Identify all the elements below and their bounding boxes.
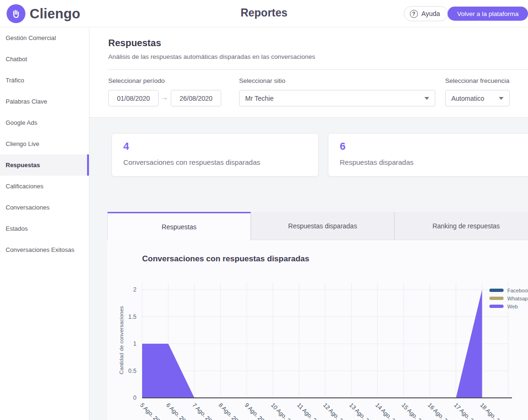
site-select[interactable]: Mr Techie <box>239 90 435 106</box>
sidebar-item-cliengo-live[interactable]: Cliengo Live <box>0 133 89 154</box>
top-bar: Cliengo Reportes ? Ayuda Volver a la pla… <box>0 0 528 27</box>
legend-swatch-icon <box>489 297 504 300</box>
svg-text:8 Ago. 2020: 8 Ago. 2020 <box>217 402 244 420</box>
stat-label: Respuestas disparadas <box>340 158 523 166</box>
question-icon: ? <box>410 10 418 18</box>
page-title: Respuestas <box>108 38 161 48</box>
svg-text:5 Ago. 2020: 5 Ago. 2020 <box>139 402 166 420</box>
svg-text:15 Ago. 2020: 15 Ago. 2020 <box>400 402 430 420</box>
svg-text:7 Ago. 2020: 7 Ago. 2020 <box>191 402 218 420</box>
sidebar-item-google-ads[interactable]: Google Ads <box>0 112 89 133</box>
main-content: Respuestas Análisis de las respuestas au… <box>89 27 528 420</box>
stat-label: Conversaciones con respuestas disparadas <box>123 158 307 166</box>
svg-text:2: 2 <box>133 286 136 293</box>
svg-text:Cantidad de conversaciones: Cantidad de conversaciones <box>119 306 124 374</box>
legend-swatch-icon <box>489 305 504 308</box>
report-body: 4 Conversaciones con respuestas disparad… <box>89 118 528 420</box>
svg-text:13 Ago. 2020: 13 Ago. 2020 <box>348 402 377 420</box>
back-to-platform-button[interactable]: Volver a la plataforma <box>448 7 528 21</box>
date-to-input[interactable] <box>171 90 221 106</box>
sidebar: Gestión Comercial Chatbot Tráfico Palabr… <box>0 27 89 420</box>
sidebar-item-gestion-comercial[interactable]: Gestión Comercial <box>0 27 89 48</box>
arrow-right-icon: → <box>161 93 168 101</box>
chevron-down-icon <box>499 97 504 100</box>
svg-text:0.5: 0.5 <box>128 368 136 374</box>
legend-item-facebook[interactable]: Facebook <box>489 286 528 294</box>
svg-text:11 Ago. 2020: 11 Ago. 2020 <box>296 402 324 420</box>
brand-logo[interactable]: Cliengo <box>7 4 80 23</box>
sidebar-item-conversaciones-exitosas[interactable]: Conversaciones Exitosas <box>0 239 89 260</box>
cliengo-hand-icon <box>7 4 25 23</box>
svg-text:10 Ago. 2020: 10 Ago. 2020 <box>270 402 299 420</box>
svg-text:1: 1 <box>133 340 136 347</box>
svg-text:16 Ago. 2020: 16 Ago. 2020 <box>426 402 456 420</box>
svg-text:18 Ago. 2020: 18 Ago. 2020 <box>479 402 508 420</box>
report-tabs: Respuestas Respuestas disparadas Ranking… <box>107 212 528 240</box>
sidebar-item-chatbot[interactable]: Chatbot <box>0 48 89 70</box>
brand-name: Cliengo <box>30 6 80 22</box>
site-select-value: Mr Techie <box>245 95 273 102</box>
area-chart: 00.511.525 Ago. 20206 Ago. 20207 Ago. 20… <box>107 273 528 420</box>
help-button-label: Ayuda <box>422 10 440 17</box>
chart-legend: FacebookWhatsappWeb <box>489 286 528 310</box>
legend-swatch-icon <box>489 289 504 292</box>
tab-respuestas[interactable]: Respuestas <box>107 212 251 240</box>
stat-card-responses: 6 Respuestas disparadas <box>328 133 528 177</box>
svg-text:9 Ago. 2020: 9 Ago. 2020 <box>243 402 270 420</box>
date-from-input[interactable] <box>108 90 159 106</box>
svg-text:12 Ago. 2020: 12 Ago. 2020 <box>322 402 351 420</box>
site-filter-label: Seleccionar sitio <box>239 77 285 84</box>
legend-item-whatsapp[interactable]: Whatsapp <box>489 294 528 302</box>
tab-ranking-de-respuestas[interactable]: Ranking de respuestas <box>394 212 528 240</box>
legend-label: Facebook <box>507 288 528 293</box>
head-divider <box>108 69 528 70</box>
page-subtitle: Análisis de las respuestas automáticas d… <box>108 53 315 60</box>
stat-card-conversations: 4 Conversaciones con respuestas disparad… <box>112 133 319 177</box>
chevron-down-icon <box>424 97 429 100</box>
sidebar-item-conversaciones[interactable]: Conversaciones <box>0 197 89 218</box>
svg-text:0: 0 <box>133 395 136 401</box>
chart-panel: Conversaciones con respuestas disparadas… <box>107 240 528 420</box>
page-head-section: Respuestas Análisis de las respuestas au… <box>89 27 528 118</box>
tab-respuestas-disparadas[interactable]: Respuestas disparadas <box>251 212 394 240</box>
period-filter-label: Seleccionar período <box>108 77 165 84</box>
frequency-select-value: Automatico <box>451 95 484 102</box>
svg-text:17 Ago. 2020: 17 Ago. 2020 <box>453 402 482 420</box>
stat-value: 4 <box>123 140 307 153</box>
help-button[interactable]: ? Ayuda <box>404 6 448 21</box>
chart-canvas: 00.511.525 Ago. 20206 Ago. 20207 Ago. 20… <box>107 273 528 420</box>
svg-text:1.5: 1.5 <box>128 314 136 320</box>
frequency-filter-label: Seleccionar frecuencia <box>445 77 510 84</box>
chart-title: Conversaciones con respuestas disparadas <box>142 254 309 264</box>
page-header-title: Reportes <box>240 7 288 19</box>
app-screen: Cliengo Reportes ? Ayuda Volver a la pla… <box>0 0 528 420</box>
stat-value: 6 <box>340 140 523 153</box>
svg-text:14 Ago. 2020: 14 Ago. 2020 <box>374 402 403 420</box>
legend-label: Whatsapp <box>507 296 528 301</box>
frequency-select[interactable]: Automatico <box>445 90 510 106</box>
sidebar-item-palabras-clave[interactable]: Palabras Clave <box>0 91 89 112</box>
sidebar-item-trafico[interactable]: Tráfico <box>0 70 89 91</box>
sidebar-item-calificaciones[interactable]: Calificaciones <box>0 176 89 197</box>
legend-item-web[interactable]: Web <box>489 302 528 310</box>
sidebar-item-respuestas[interactable]: Respuestas <box>0 154 89 176</box>
legend-label: Web <box>507 304 518 309</box>
svg-text:6 Ago. 2020: 6 Ago. 2020 <box>165 402 192 420</box>
sidebar-item-estados[interactable]: Estados <box>0 218 89 239</box>
